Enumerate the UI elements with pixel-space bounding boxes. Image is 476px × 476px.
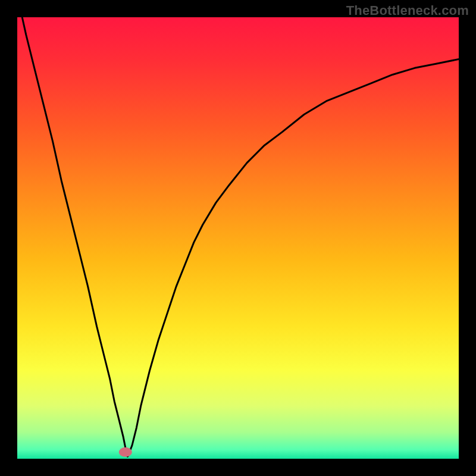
curve-layer	[17, 17, 459, 459]
minimum-marker	[119, 447, 132, 457]
watermark-text: TheBottleneck.com	[346, 3, 469, 18]
chart-frame: TheBottleneck.com	[0, 0, 476, 476]
bottleneck-curve	[17, 17, 459, 456]
plot-area	[17, 17, 459, 459]
